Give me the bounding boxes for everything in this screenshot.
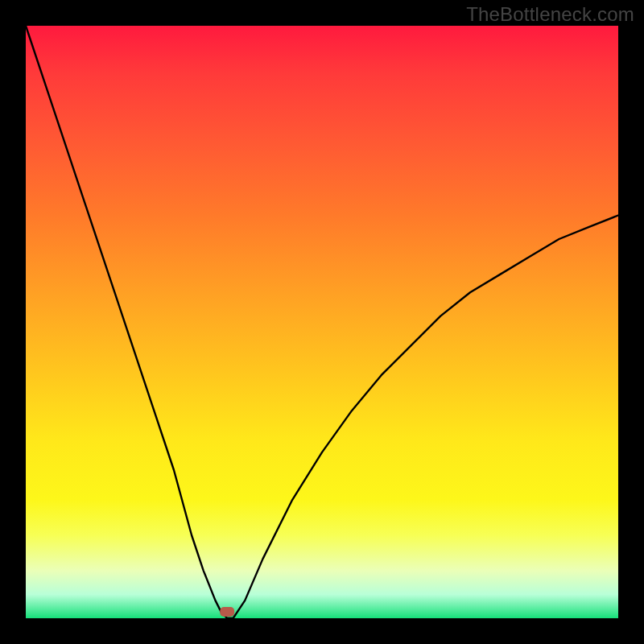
chart-frame: TheBottleneck.com bbox=[0, 0, 644, 644]
plot-svg bbox=[26, 26, 618, 618]
bottleneck-curve bbox=[26, 26, 618, 618]
plot-area bbox=[26, 26, 618, 618]
watermark-text: TheBottleneck.com bbox=[466, 3, 634, 26]
minimum-marker bbox=[220, 607, 234, 617]
